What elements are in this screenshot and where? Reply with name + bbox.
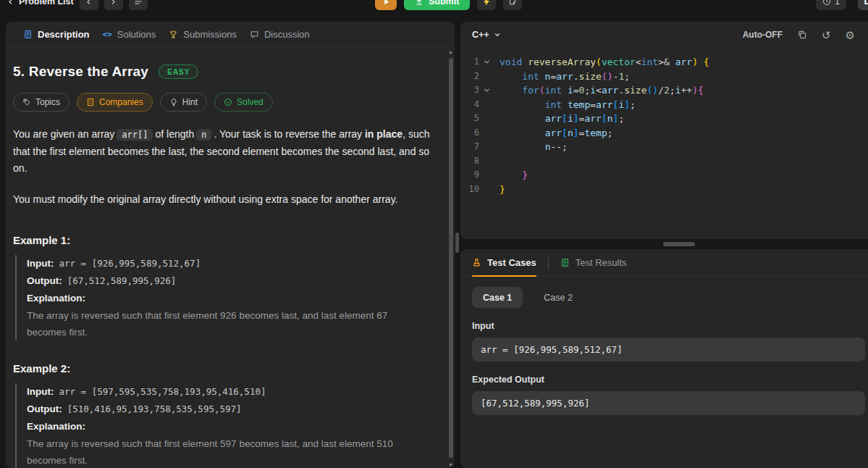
topbar-center-group: Submit bbox=[375, 0, 522, 10]
output-value: [67,512,589,995,926] bbox=[67, 275, 177, 286]
explanation-text: The array is reversed such that first el… bbox=[27, 435, 426, 468]
code-line[interactable]: 1void reverseArray(vector<int>& arr) { bbox=[460, 55, 868, 70]
code-line[interactable]: 6 arr[n]=temp; bbox=[460, 126, 868, 141]
line-number: 10 bbox=[460, 183, 479, 197]
tab-solutions[interactable]: <> Solutions bbox=[103, 22, 156, 47]
divider bbox=[548, 257, 549, 269]
tab-description-label: Description bbox=[38, 29, 90, 40]
speech-bubble-icon bbox=[250, 30, 259, 39]
testcase-body: Case 1 Case 2 Input arr = [926,995,589,5… bbox=[460, 277, 868, 415]
example-1-heading: Example 1: bbox=[13, 234, 430, 246]
code-text: } bbox=[500, 168, 528, 183]
line-number: 4 bbox=[460, 98, 479, 112]
editor-header: C++ Auto-OFF ↺ ⚙ bbox=[460, 22, 868, 48]
building-icon bbox=[86, 98, 95, 106]
code-line[interactable]: 4 int temp=arr[i]; bbox=[460, 98, 868, 112]
explanation-label: Explanation: bbox=[27, 293, 85, 304]
autocomplete-toggle[interactable]: Auto-OFF bbox=[743, 30, 783, 40]
input-value: arr = [597,595,535,758,193,95,416,510] bbox=[59, 386, 266, 397]
next-problem-button[interactable] bbox=[104, 0, 123, 10]
code-line[interactable]: 9 } bbox=[460, 168, 868, 183]
avatar-letter: D bbox=[864, 0, 868, 7]
notes-button[interactable] bbox=[503, 0, 522, 10]
code-line[interactable]: 7 n--; bbox=[460, 140, 868, 154]
language-select[interactable]: C++ bbox=[472, 30, 501, 40]
vertical-resize-handle[interactable] bbox=[455, 233, 459, 253]
tab-submissions[interactable]: Submissions bbox=[169, 22, 237, 47]
line-number: 2 bbox=[460, 70, 479, 84]
code-line[interactable]: 5 arr[i]=arr[n]; bbox=[460, 112, 868, 126]
output-label: Output: bbox=[27, 275, 62, 286]
line-number: 6 bbox=[460, 126, 479, 141]
output-label: Output: bbox=[27, 404, 62, 414]
tab-test-cases[interactable]: Test Cases bbox=[472, 249, 536, 276]
description-panel: Description <> Solutions Submissions Dis… bbox=[6, 22, 455, 468]
expected-output-field[interactable]: [67,512,589,995,926] bbox=[472, 391, 865, 415]
lightning-icon bbox=[482, 0, 491, 7]
topbar-left-group: Problem List bbox=[7, 0, 148, 10]
document-icon bbox=[23, 30, 33, 39]
code-line[interactable]: 3 for(int i=0;i<arr.size()/2;i++){ bbox=[460, 83, 868, 98]
case-2-button[interactable]: Case 2 bbox=[533, 287, 583, 308]
companies-button[interactable]: Companies bbox=[77, 93, 153, 112]
reset-code-button[interactable]: ↺ bbox=[822, 30, 831, 41]
statement-paragraph-2: You must modify the original array direc… bbox=[13, 191, 430, 208]
run-button[interactable] bbox=[375, 0, 397, 10]
chevron-right-icon bbox=[110, 0, 117, 6]
line-number: 8 bbox=[460, 154, 479, 169]
problem-content: 5. Reverse the Array EASY Topics Compani… bbox=[6, 48, 455, 468]
code-text: for(int i=0;i<arr.size()/2;i++){ bbox=[500, 83, 704, 98]
solved-badge[interactable]: Solved bbox=[214, 93, 273, 112]
fold-chevron-icon[interactable] bbox=[479, 87, 494, 93]
tab-discussion-label: Discussion bbox=[264, 29, 310, 40]
code-text: } bbox=[500, 183, 505, 197]
code-line[interactable]: 10} bbox=[460, 183, 868, 197]
check-circle-icon bbox=[224, 98, 232, 106]
testcase-input-field[interactable]: arr = [926,995,589,512,67] bbox=[472, 338, 865, 362]
submit-label: Submit bbox=[429, 0, 459, 7]
problem-list-button[interactable]: Problem List bbox=[7, 0, 74, 10]
example-2-heading: Example 2: bbox=[13, 362, 430, 375]
streak-count: 1 bbox=[835, 0, 840, 7]
problem-list-menu-button[interactable] bbox=[129, 0, 148, 10]
topics-button[interactable]: Topics bbox=[13, 93, 69, 112]
timer-pill[interactable]: 1 bbox=[816, 0, 846, 10]
code-editor-panel: C++ Auto-OFF ↺ ⚙ 1void reverseArray(vect… bbox=[460, 22, 868, 239]
problem-title: 5. Reverse the Array bbox=[13, 64, 148, 80]
statement-paragraph-1: You are given an arrayarr[]of lengthn. Y… bbox=[13, 126, 430, 177]
code-text: int temp=arr[i]; bbox=[500, 98, 636, 112]
code-line[interactable]: 2 int n=arr.size()-1; bbox=[460, 70, 868, 84]
tab-test-results[interactable]: Test Results bbox=[560, 257, 627, 268]
example-2-block: Input:arr = [597,595,535,758,193,95,416,… bbox=[15, 383, 430, 468]
hint-button[interactable]: Hint bbox=[160, 93, 207, 112]
line-number: 7 bbox=[460, 140, 479, 154]
scrollbar-thumb[interactable] bbox=[449, 58, 453, 458]
horizontal-resize-handle[interactable] bbox=[663, 242, 695, 246]
list-icon bbox=[134, 0, 143, 6]
scroll-down-arrow[interactable]: ▼ bbox=[447, 462, 454, 467]
code-text: arr[i]=arr[n]; bbox=[500, 112, 624, 126]
submit-button[interactable]: Submit bbox=[404, 0, 470, 10]
tab-solutions-label: Solutions bbox=[117, 29, 156, 40]
case-1-button[interactable]: Case 1 bbox=[472, 287, 523, 308]
editor-settings-button[interactable]: ⚙ bbox=[846, 30, 855, 41]
code-lines[interactable]: 1void reverseArray(vector<int>& arr) {2 … bbox=[460, 48, 868, 196]
scroll-up-arrow[interactable]: ▲ bbox=[447, 49, 454, 54]
fold-chevron-icon[interactable] bbox=[479, 59, 494, 65]
language-label: C++ bbox=[472, 30, 489, 40]
line-number: 3 bbox=[460, 83, 479, 98]
problem-action-row: Topics Companies Hint Solved bbox=[13, 93, 430, 112]
prev-problem-button[interactable] bbox=[80, 0, 98, 10]
avatar[interactable]: D bbox=[858, 0, 868, 10]
input-label: Input: bbox=[27, 386, 54, 397]
difficulty-badge: EASY bbox=[159, 64, 198, 79]
copy-code-button[interactable] bbox=[797, 30, 807, 40]
example-1-block: Input:arr = [926,995,589,512,67] Output:… bbox=[15, 255, 430, 340]
input-label: Input: bbox=[27, 258, 54, 269]
tab-submissions-label: Submissions bbox=[183, 29, 237, 40]
code-line[interactable]: 8 bbox=[460, 154, 868, 169]
boost-button[interactable] bbox=[477, 0, 496, 10]
tab-discussion[interactable]: Discussion bbox=[250, 22, 310, 47]
note-icon bbox=[508, 0, 517, 6]
tab-description[interactable]: Description bbox=[23, 22, 90, 47]
